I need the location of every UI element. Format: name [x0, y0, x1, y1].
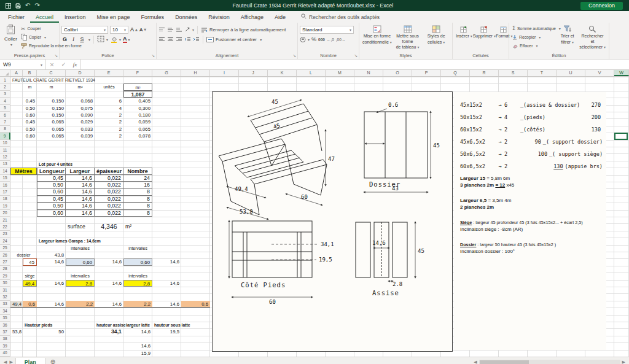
cell-A33[interactable]: 49,4: [10, 301, 23, 308]
cell-D14[interactable]: Largeur: [66, 168, 95, 174]
font-family-select[interactable]: Calibri▾: [61, 26, 108, 34]
row-header-10[interactable]: 10: [0, 140, 10, 147]
column-header-F[interactable]: F: [123, 70, 152, 76]
row-header-13[interactable]: 13: [0, 161, 10, 168]
dialog-launcher-icon[interactable]: ↘: [292, 53, 296, 58]
cell-E7[interactable]: 2: [95, 118, 123, 125]
dialog-launcher-icon[interactable]: ↘: [54, 53, 58, 58]
cell-F37[interactable]: 14,6: [123, 328, 152, 335]
borders-button[interactable]: ▾: [97, 36, 108, 43]
row-header-23[interactable]: 23: [0, 231, 10, 238]
cell-E5[interactable]: 4: [95, 105, 123, 112]
paste-button[interactable]: Coller ▾: [2, 25, 20, 47]
cell-C5[interactable]: 0,150: [37, 105, 66, 112]
cell-B8[interactable]: 0,50: [23, 126, 37, 133]
row-header-15[interactable]: 15: [0, 175, 10, 182]
cell-A14[interactable]: Mètres: [10, 168, 37, 174]
cell-D25[interactable]: intervalles: [66, 245, 95, 252]
cell-F40[interactable]: 15,9: [123, 350, 152, 357]
column-header-H[interactable]: H: [181, 70, 210, 76]
align-right-icon[interactable]: [176, 37, 182, 42]
row-header-32[interactable]: 32: [0, 293, 10, 300]
cell-D5[interactable]: 0,075: [66, 105, 95, 112]
sheet-grid[interactable]: 45 45 47 49,4 60 53,8 0.6 45 43 Dossier: [0, 77, 629, 357]
column-header-N[interactable]: N: [354, 70, 383, 76]
sort-filter-button[interactable]: Trier et filtrer▾: [557, 25, 578, 45]
ribbon-tab-aide[interactable]: Aide: [269, 12, 291, 23]
font-size-select[interactable]: 10▾: [110, 26, 128, 34]
conditional-formatting-button[interactable]: Mise en forme conditionnelle▾: [361, 25, 393, 45]
autosum-button[interactable]: Σ Somme automatique▾: [512, 25, 557, 33]
column-header-W[interactable]: W: [614, 70, 629, 76]
sheet-tab-plan[interactable]: Plan: [15, 358, 45, 364]
row-header-39[interactable]: 39: [0, 343, 10, 349]
row-header-21[interactable]: 21: [0, 217, 10, 223]
orientation-button[interactable]: ▾: [184, 26, 194, 33]
cell-B9[interactable]: 0,60: [23, 133, 37, 139]
wrap-text-button[interactable]: Renvoyer à la ligne automatiquement: [201, 27, 286, 33]
row-header-29[interactable]: 29: [0, 273, 10, 279]
ribbon-tab-révision[interactable]: Révision: [203, 12, 235, 23]
cell-E16[interactable]: 0,022: [95, 182, 123, 188]
column-header-E[interactable]: E: [95, 70, 123, 76]
cell-C33[interactable]: 14,6: [37, 301, 66, 308]
dialog-launcher-icon[interactable]: ↘: [151, 53, 155, 58]
row-header-4[interactable]: 4: [0, 98, 10, 104]
add-sheet-icon[interactable]: ⊕: [50, 358, 55, 364]
increase-decimal-button[interactable]: ←,0: [327, 37, 334, 42]
column-header-S[interactable]: S: [499, 70, 528, 76]
name-box[interactable]: W9▾: [0, 60, 46, 69]
cell-G30[interactable]: 14,6: [152, 280, 181, 287]
shrink-font-button[interactable]: A▼: [139, 27, 146, 33]
horizontal-scrollbar[interactable]: ◀ ▶: [474, 360, 629, 364]
cell-E37[interactable]: 34,1: [95, 328, 123, 335]
cell-C4[interactable]: 0,150: [37, 98, 66, 104]
column-header-G[interactable]: G: [152, 70, 181, 76]
cell-C14[interactable]: Longueur: [37, 168, 66, 174]
cell-G27[interactable]: 14,6: [152, 258, 181, 265]
cell-C24[interactable]: Largeur lames Garapa : 14,6cm: [37, 238, 66, 244]
cell-C7[interactable]: 0,065: [37, 118, 66, 125]
cell-F8[interactable]: 0,065: [123, 126, 152, 133]
column-header-D[interactable]: D: [66, 70, 95, 76]
percent-format-button[interactable]: %: [311, 36, 316, 42]
cell-E36[interactable]: hauteur assise: [95, 322, 123, 328]
row-header-33[interactable]: 33: [0, 301, 10, 308]
cell-F6[interactable]: 0,180: [123, 112, 152, 118]
ribbon-tab-données[interactable]: Données: [170, 12, 203, 23]
row-header-14[interactable]: 14: [0, 168, 10, 174]
format-as-table-button[interactable]: Mettre sous forme de tableau▾: [393, 25, 422, 51]
ribbon-tab-formules[interactable]: Formules: [136, 12, 170, 23]
cell-F33[interactable]: 2,2: [123, 301, 152, 308]
delete-cells-button[interactable]: Supprimer▾: [474, 25, 495, 40]
cell-C13[interactable]: Lot pour 4 unités: [37, 161, 66, 168]
cell-G33[interactable]: 14,6: [152, 301, 181, 308]
row-header-26[interactable]: 26: [0, 252, 10, 258]
cell-E18[interactable]: 0,022: [95, 196, 123, 203]
cell-E14[interactable]: épaisseur: [95, 168, 123, 174]
cell-D19[interactable]: 14,6: [66, 203, 95, 209]
undo-icon[interactable]: ↶: [25, 2, 30, 9]
increase-indent-icon[interactable]: [193, 37, 200, 42]
cell-E4[interactable]: 6: [95, 98, 123, 104]
row-header-40[interactable]: 40: [0, 350, 10, 357]
clear-button[interactable]: Effacer▾: [512, 42, 557, 50]
cell-B36[interactable]: Hauteur pieds: [23, 322, 66, 328]
cell-C9[interactable]: 0,065: [37, 133, 66, 139]
cell-F15[interactable]: 24: [123, 175, 152, 182]
redo-icon[interactable]: ↷: [34, 2, 39, 9]
cell-E33[interactable]: 14,6: [95, 301, 123, 308]
row-header-1[interactable]: 1: [0, 77, 10, 83]
cell-D9[interactable]: 0,039: [66, 133, 95, 139]
row-header-19[interactable]: 19: [0, 203, 10, 209]
row-header-37[interactable]: 37: [0, 328, 10, 335]
connexion-button[interactable]: Connexion: [580, 2, 623, 10]
cell-C20[interactable]: 0,60: [37, 210, 66, 217]
column-header-T[interactable]: T: [528, 70, 557, 76]
align-center-icon[interactable]: [167, 37, 174, 42]
cell-F22[interactable]: m²: [123, 223, 152, 230]
scrollbar-track[interactable]: [479, 360, 620, 364]
cell-B4[interactable]: 0,45: [23, 98, 37, 104]
cell-F5[interactable]: 0,300: [123, 105, 152, 112]
cell-F36[interactable]: largeur latte: [123, 322, 152, 328]
